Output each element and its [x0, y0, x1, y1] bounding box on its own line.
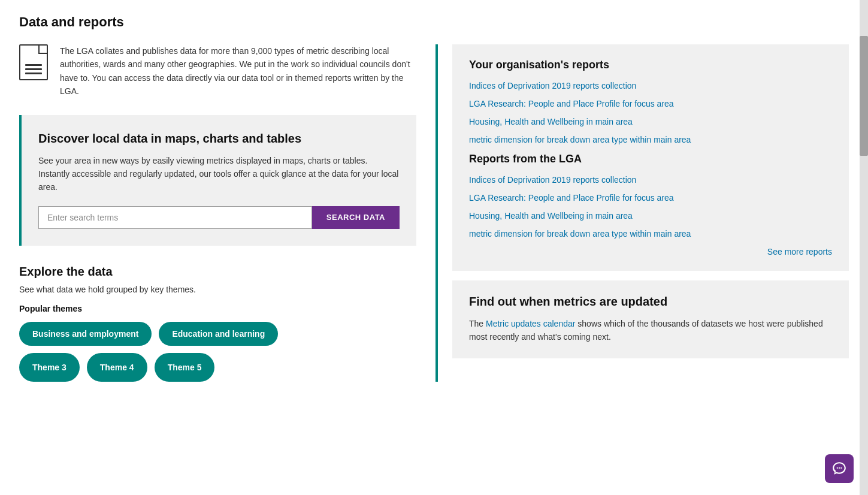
search-row: SEARCH DATA — [38, 206, 400, 229]
themes-row-2: Theme 3 Theme 4 Theme 5 — [19, 353, 416, 382]
theme-5[interactable]: Theme 5 — [155, 353, 215, 382]
metrics-desc-prefix: The — [469, 319, 486, 328]
metrics-description: The Metric updates calendar shows which … — [469, 317, 832, 344]
doc-line-3 — [25, 73, 42, 74]
lga-report-link-4[interactable]: metric dimension for break down area typ… — [469, 229, 832, 239]
explore-description: See what data we hold grouped by key the… — [19, 285, 416, 294]
intro-text: The LGA collates and publishes data for … — [60, 44, 416, 98]
popular-themes-label: Popular themes — [19, 304, 416, 313]
explore-title: Explore the data — [19, 265, 416, 279]
metrics-panel: Find out when metrics are updated The Me… — [452, 280, 849, 358]
discover-section: Discover local data in maps, charts and … — [19, 115, 416, 246]
search-input[interactable] — [38, 206, 312, 229]
explore-section: Explore the data See what data we hold g… — [19, 262, 416, 382]
theme-3[interactable]: Theme 3 — [19, 353, 80, 382]
chat-icon — [831, 461, 847, 476]
scrollbar-track[interactable] — [860, 0, 868, 495]
chat-button[interactable] — [825, 454, 854, 483]
main-layout: The LGA collates and publishes data for … — [19, 44, 849, 382]
metric-calendar-link[interactable]: Metric updates calendar — [486, 319, 575, 328]
doc-icon-lines — [25, 64, 42, 74]
metrics-title: Find out when metrics are updated — [469, 295, 832, 309]
right-column: Your organisation's reports Indices of D… — [435, 44, 849, 382]
document-icon — [19, 44, 48, 80]
theme-education-learning[interactable]: Education and learning — [159, 322, 278, 346]
theme-4[interactable]: Theme 4 — [87, 353, 147, 382]
doc-line-2 — [25, 68, 42, 70]
reports-panel: Your organisation's reports Indices of D… — [452, 44, 849, 271]
see-more-link[interactable]: See more reports — [767, 247, 832, 256]
theme-business-employment[interactable]: Business and employment — [19, 322, 152, 346]
lga-reports-title: Reports from the LGA — [469, 153, 832, 165]
themes-row: Business and employment Education and le… — [19, 322, 416, 346]
discover-description: See your area in new ways by easily view… — [38, 154, 400, 194]
org-reports-title: Your organisation's reports — [469, 59, 832, 71]
intro-section: The LGA collates and publishes data for … — [19, 44, 416, 98]
org-report-link-3[interactable]: Housing, Health and Wellbeing in main ar… — [469, 117, 832, 126]
search-button[interactable]: SEARCH DATA — [312, 206, 400, 229]
scrollbar-thumb[interactable] — [860, 36, 868, 156]
discover-title: Discover local data in maps, charts and … — [38, 132, 400, 146]
page-title: Data and reports — [19, 14, 849, 30]
org-report-link-1[interactable]: Indices of Deprivation 2019 reports coll… — [469, 81, 832, 90]
page-container: Data and reports The LGA collates and pu… — [0, 0, 868, 396]
left-column: The LGA collates and publishes data for … — [19, 44, 435, 382]
lga-report-link-3[interactable]: Housing, Health and Wellbeing in main ar… — [469, 211, 832, 221]
lga-report-link-2[interactable]: LGA Research: People and Place Profile f… — [469, 193, 832, 203]
org-report-link-2[interactable]: LGA Research: People and Place Profile f… — [469, 99, 832, 108]
org-report-link-4[interactable]: metric dimension for break down area typ… — [469, 135, 832, 144]
see-more-row: See more reports — [469, 247, 832, 256]
lga-report-link-1[interactable]: Indices of Deprivation 2019 reports coll… — [469, 175, 832, 185]
doc-line-1 — [25, 64, 42, 66]
